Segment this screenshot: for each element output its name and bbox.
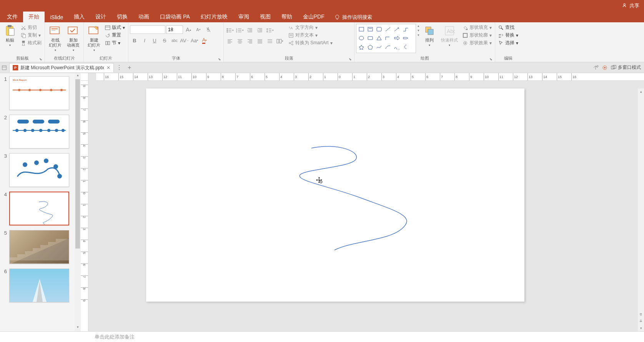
text-shadow-button[interactable]: abc <box>170 36 179 45</box>
shape-line-icon[interactable] <box>384 25 392 33</box>
align-right-button[interactable] <box>245 37 255 45</box>
tab-option-2[interactable] <box>602 65 608 71</box>
shape-star-icon[interactable] <box>357 43 366 51</box>
align-left-button[interactable] <box>225 37 235 45</box>
shape-pentagon-icon[interactable] <box>366 43 374 51</box>
shape-effects-button[interactable]: 形状效果▾ <box>461 39 493 47</box>
shape-oval-icon[interactable] <box>357 34 366 42</box>
next-slide-icon[interactable]: ⇊ <box>638 319 644 325</box>
menu-tab-insert[interactable]: 插入 <box>68 12 90 22</box>
menu-tab-help[interactable]: 帮助 <box>276 12 298 22</box>
menu-tab-animation[interactable]: 动画 <box>133 12 155 22</box>
tab-option-1[interactable] <box>592 65 599 71</box>
format-painter-button[interactable]: 格式刷 <box>19 39 43 47</box>
shape-arrow-right-icon[interactable] <box>393 34 401 42</box>
select-button[interactable]: 选择▾ <box>497 39 520 47</box>
clear-formatting-button[interactable]: A <box>204 25 213 34</box>
shape-fill-button[interactable]: 形状填充▾ <box>461 24 493 31</box>
launcher-icon[interactable]: ⬊ <box>489 57 493 61</box>
font-size-combo[interactable] <box>166 25 183 34</box>
columns-button[interactable]: ▾ <box>275 37 285 45</box>
shape-roundrect2-icon[interactable] <box>366 34 374 42</box>
shape-textbox-icon[interactable] <box>366 25 374 33</box>
scrollbar-thumb[interactable] <box>75 79 80 249</box>
replace-button[interactable]: abac 替换▾ <box>497 32 520 39</box>
shape-arc-icon[interactable] <box>384 43 392 51</box>
slide-canvas[interactable] <box>146 88 524 302</box>
numbering-button[interactable]: 123▾ <box>235 26 245 35</box>
justify-button[interactable] <box>255 37 265 45</box>
menu-tab-kingsoft-pdf[interactable]: 金山PDF <box>298 12 330 22</box>
shape-elbow-icon[interactable] <box>384 34 392 42</box>
scroll-down-icon[interactable]: ▾ <box>638 325 644 331</box>
share-label[interactable]: 共享 <box>629 2 639 9</box>
slide-thumbnail-panel[interactable]: 1 Work Report 2 <box>0 73 81 331</box>
increase-font-button[interactable]: A▴ <box>184 25 193 34</box>
editor-vertical-scrollbar[interactable]: ▴ ⇈ ⇊ ▾ <box>638 88 644 331</box>
menu-tab-transition[interactable]: 切换 <box>111 12 133 22</box>
copy-button[interactable]: 复制 ▾ <box>19 32 43 39</box>
menu-tab-file[interactable]: 文件 <box>2 12 23 22</box>
distribute-button[interactable] <box>265 37 275 45</box>
scroll-up-icon[interactable]: ▴ <box>638 88 644 95</box>
tab-menu-button[interactable]: ⋮ <box>114 64 125 71</box>
launcher-icon[interactable]: ⬊ <box>349 57 352 61</box>
shape-outline-button[interactable]: 形状轮廓▾ <box>461 32 493 39</box>
launcher-icon[interactable]: ⬊ <box>39 57 42 61</box>
change-case-button[interactable]: Aa▾ <box>190 36 199 45</box>
slide-thumb-4[interactable]: 4 <box>2 192 76 225</box>
online-slides-button[interactable]: 在线 幻灯片 ▾ <box>47 24 64 53</box>
tell-me-search[interactable]: 操作说明搜索 <box>330 12 377 22</box>
slide-thumb-1[interactable]: 1 Work Report <box>2 76 76 110</box>
prev-slide-icon[interactable]: ⇈ <box>638 313 644 319</box>
find-button[interactable]: 查找 <box>497 24 520 31</box>
slide-thumb-6[interactable]: 6 <box>2 269 76 302</box>
doc-icon-left[interactable] <box>2 65 7 70</box>
character-spacing-button[interactable]: AV↔ <box>180 36 189 45</box>
shapes-gallery[interactable] <box>356 24 416 53</box>
quick-styles-button[interactable]: Abc 快速样式 ▾ <box>439 24 460 48</box>
menu-tab-islide[interactable]: iSlide <box>45 12 68 22</box>
gallery-up-icon[interactable]: ▴ <box>418 24 419 28</box>
slide-panel-scrollbar[interactable]: ▴ ▾ <box>75 73 81 331</box>
horizontal-ruler[interactable]: 1615141312111098765432101234567891011121… <box>96 73 644 81</box>
strikethrough-button[interactable]: S <box>160 36 169 45</box>
line-spacing-button[interactable]: ▾ <box>265 26 275 35</box>
decrease-indent-button[interactable] <box>245 26 255 35</box>
shape-triangle-icon[interactable] <box>375 34 383 42</box>
italic-button[interactable]: I <box>140 36 149 45</box>
share-icon[interactable] <box>622 3 627 9</box>
gallery-down-icon[interactable]: ▾ <box>418 28 419 32</box>
reset-button[interactable]: 重置 <box>103 32 126 39</box>
add-animation-page-button[interactable]: 新加 动画页 ▾ <box>65 24 82 53</box>
gallery-more-icon[interactable]: ▾ <box>418 33 419 37</box>
shape-rounded-icon[interactable] <box>375 25 383 33</box>
arrange-button[interactable]: 排列 ▾ <box>421 24 438 48</box>
bullets-button[interactable]: ▾ <box>225 26 235 35</box>
slide-thumb-2[interactable]: 2 <box>2 115 76 148</box>
vertical-ruler[interactable]: 9876543210123456789 <box>81 81 88 331</box>
shape-brace-icon[interactable] <box>401 43 410 51</box>
shape-arrow-line-icon[interactable] <box>393 25 401 33</box>
menu-tab-view[interactable]: 视图 <box>255 12 276 22</box>
decrease-font-button[interactable]: A▾ <box>194 25 203 34</box>
multi-window-button[interactable]: 多窗口模式 <box>611 64 641 71</box>
new-slide-button[interactable]: 新建 幻灯片 ▾ <box>85 24 103 53</box>
canvas-area[interactable] <box>88 81 644 331</box>
increase-indent-button[interactable] <box>255 26 265 35</box>
font-family-combo[interactable] <box>130 25 165 34</box>
menu-tab-slideshow[interactable]: 幻灯片放映 <box>195 12 233 22</box>
menu-tab-home[interactable]: 开始 <box>23 12 45 22</box>
section-button[interactable]: 节▾ <box>103 39 126 47</box>
menu-tab-review[interactable]: 审阅 <box>233 12 255 22</box>
slide-thumb-3[interactable]: 3 <box>2 153 76 187</box>
launcher-icon[interactable]: ⬊ <box>218 57 221 61</box>
convert-smartart-button[interactable]: 转换为 SmartArt▾ <box>287 39 334 47</box>
slide-thumb-5[interactable]: 5 <box>2 230 76 264</box>
notes-bar[interactable]: 单击此处添加备注 <box>0 331 644 342</box>
text-direction-button[interactable]: IA 文字方向▾ <box>287 24 334 31</box>
underline-button[interactable]: U <box>150 36 159 45</box>
shape-rect-icon[interactable] <box>357 25 366 33</box>
cut-button[interactable]: 剪切 <box>19 24 43 31</box>
shape-arrow-block-icon[interactable] <box>401 34 410 42</box>
